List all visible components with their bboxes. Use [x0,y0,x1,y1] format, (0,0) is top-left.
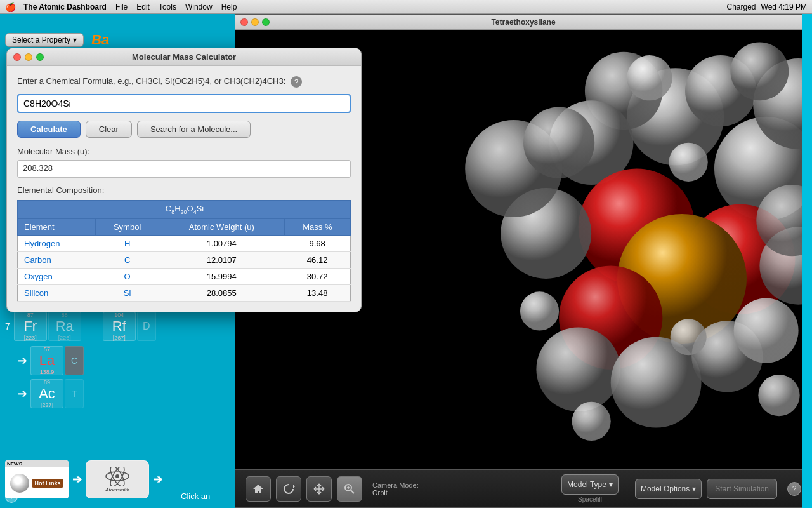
element-weight: 1.00794 [159,235,284,251]
composition-table: C8H20O4Si Element Symbol Atomic Weight (… [17,200,351,302]
element-symbol[interactable]: H [96,235,159,251]
window-controls [240,18,270,26]
help-button[interactable]: ? [5,490,18,503]
table-row: Oxygen O 15.9994 30.72 [18,268,351,284]
period-row-7: 7 87 Fr [223] 88 Ra [226] 104 Rf [267] D [0,311,241,342]
element-mass-pct: 46.12 [284,251,350,268]
table-row: Carbon C 12.0107 46.12 [18,251,351,268]
svg-point-19 [536,327,620,411]
menu-help[interactable]: Help [221,3,237,11]
element-mass-pct: 13.48 [284,284,350,301]
calc-titlebar: Molecular Mass Calculator [7,48,361,66]
arrow-2: ➔ [153,472,162,486]
svg-point-25 [627,55,672,100]
start-simulation-button[interactable]: Start Simulation [707,479,777,499]
table-row: Hydrogen H 1.00794 9.68 [18,235,351,251]
periodic-rows: 7 87 Fr [223] 88 Ra [226] 104 Rf [267] D [0,311,241,410]
news-header: NEWS [5,460,69,467]
element-name[interactable]: Silicon [18,284,96,301]
col-element: Element [18,218,96,235]
menu-app-name[interactable]: The Atomic Dashboard [23,3,107,11]
zoom-button[interactable] [337,476,362,502]
element-ac[interactable]: 89 Ac [227] [30,379,63,408]
calc-title: Molecular Mass Calculator [132,52,236,62]
element-ce-area[interactable]: C [65,346,84,375]
select-property-label: Select a Property [12,36,70,44]
element-symbol[interactable]: Si [96,284,159,301]
hot-links-label: Hot Links [32,479,63,488]
svg-point-18 [523,107,594,178]
formula-header: C8H20O4Si [18,201,351,219]
atomsmith-widget[interactable]: Atomsmith [86,460,149,498]
right-cyan-bar [802,14,812,508]
calc-min-button[interactable] [25,53,32,61]
search-molecule-button[interactable]: Search for a Molecule... [137,121,251,138]
calc-max-button[interactable] [36,53,44,61]
model-options-dropdown[interactable]: Model Options ▾ [635,479,702,499]
svg-point-30 [758,375,799,416]
calc-window-controls [13,53,44,61]
calc-buttons: Calculate Clear Search for a Molecule... [17,121,351,138]
camera-mode-label: Camera Mode: [372,481,419,489]
clear-button[interactable]: Clear [86,121,132,138]
menu-time: Wed 4:19 PM [761,3,807,11]
molecule-help-button[interactable]: ? [787,482,801,496]
calc-close-button[interactable] [13,53,21,61]
element-symbol[interactable]: O [96,268,159,284]
menu-battery: Charged [726,3,756,11]
element-next[interactable]: D [137,312,156,341]
camera-mode-value: Orbit [372,489,419,497]
molecule-title: Tetraethoxysilane [491,18,555,27]
svg-point-22 [734,298,799,363]
svg-point-26 [669,143,708,182]
col-weight: Atomic Weight (u) [159,218,284,235]
close-button[interactable] [240,18,248,26]
menu-right: Charged Wed 4:19 PM [726,3,807,11]
element-weight: 28.0855 [159,284,284,301]
svg-point-29 [572,402,611,441]
col-mass-pct: Mass % [284,218,350,235]
element-ra[interactable]: 88 Ra [226] [48,312,81,341]
table-row: Silicon Si 28.0855 13.48 [18,284,351,301]
element-mass-pct: 9.68 [284,235,350,251]
rotate-button[interactable] [276,476,301,502]
molecule-titlebar: Tetraethoxysilane [235,15,811,30]
menu-file[interactable]: File [115,3,128,11]
move-button[interactable] [306,476,332,502]
col-symbol: Symbol [96,218,159,235]
spacefill-label: Spacefill [578,496,602,503]
element-th-area[interactable]: T [65,379,84,408]
apple-menu[interactable]: 🍎 [5,2,16,12]
element-weight: 15.9994 [159,268,284,284]
atomsmith-logo [105,467,130,486]
element-name[interactable]: Oxygen [18,268,96,284]
element-name[interactable]: Hydrogen [18,235,96,251]
menu-tools[interactable]: Tools [159,3,176,11]
element-la[interactable]: 57 La 138.9 [30,346,63,375]
menu-window[interactable]: Window [185,3,213,11]
formula-help-icon[interactable]: ? [291,76,302,88]
calc-instruction: Enter a Chemical Formula, e.g., CH3Cl, S… [17,76,351,88]
element-symbol[interactable]: C [96,251,159,268]
mass-label: Molecular Mass (u): [17,147,351,156]
model-type-dropdown[interactable]: Model Type ▾ [561,474,619,495]
select-property-button[interactable]: Select a Property ▾ [5,33,84,47]
molecule-toolbar: Camera Mode: Orbit Model Type ▾ Spacefil… [235,469,811,507]
calculator-dialog: Molecular Mass Calculator Enter a Chemic… [6,48,362,312]
element-rf[interactable]: 104 Rf [267] [103,312,136,341]
element-fr[interactable]: 87 Fr [223] [14,312,47,341]
maximize-button[interactable] [262,18,270,26]
element-mass-pct: 30.72 [284,268,350,284]
svg-point-27 [520,291,559,330]
calculate-button[interactable]: Calculate [17,121,81,138]
calc-body: Enter a Chemical Formula, e.g., CH3Cl, S… [7,66,361,312]
formula-input[interactable] [17,94,351,113]
menu-edit[interactable]: Edit [136,3,150,11]
element-name[interactable]: Carbon [18,251,96,268]
minimize-button[interactable] [251,18,259,26]
row-number-7: 7 [3,321,13,331]
svg-point-3 [115,474,119,478]
svg-point-11 [730,43,789,101]
arrow-1: ➔ [72,472,82,486]
home-button[interactable] [246,476,271,502]
